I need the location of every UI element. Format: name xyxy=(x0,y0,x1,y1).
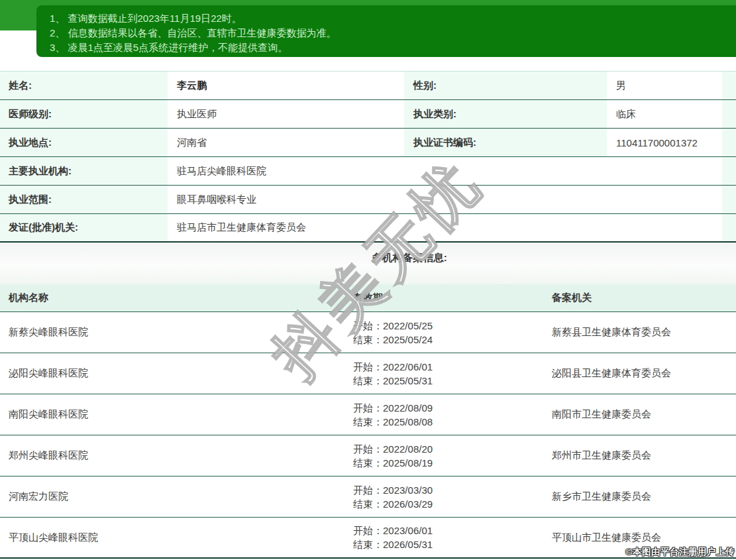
clipped-cell xyxy=(722,186,736,213)
filing-row: 南阳尖峰眼科医院 开始：2022/08/09 结束：2025/08/08 南阳市… xyxy=(0,394,736,435)
clipped-cell xyxy=(722,100,736,128)
filing-org: 郑州尖峰眼科医院 xyxy=(0,435,344,476)
filing-row: 泌阳尖峰眼科医院 开始：2022/06/01 结束：2025/05/31 泌阳县… xyxy=(0,353,736,394)
issuer-value: 驻马店市卫生健康体育委员会 xyxy=(168,214,720,241)
validity-end: 结束：2026/05/31 xyxy=(353,537,433,551)
filing-row: 郑州尖峰眼科医院 开始：2022/08/20 结束：2025/08/19 郑州市… xyxy=(0,435,736,476)
filing-row: 新蔡尖峰眼科医院 开始：2022/05/25 结束：2025/05/24 新蔡县… xyxy=(0,312,736,353)
table-row: 发证(批准)机关: 驻马店市卫生健康体育委员会 xyxy=(0,214,736,243)
validity-end: 结束：2025/08/19 xyxy=(353,456,433,470)
filing-validity: 开始：2023/03/30 结束：2026/03/29 xyxy=(344,476,543,517)
validity-end: 结束：2025/05/24 xyxy=(353,333,433,347)
authority-column-header: 备案机关 xyxy=(543,284,736,311)
table-row: 执业范围: 眼耳鼻咽喉科专业 xyxy=(0,186,736,214)
filing-validity: 开始：2023/06/01 结束：2026/05/31 xyxy=(344,518,543,557)
table-row: 医师级别: 执业医师 执业类别: 临床 xyxy=(0,100,736,129)
issuer-label: 发证(批准)机关: xyxy=(0,214,168,241)
table-row: 主要执业机构: 驻马店尖峰眼科医院 xyxy=(0,157,736,186)
filing-authority: 郑州市卫生健康委员会 xyxy=(543,435,736,476)
location-label: 执业地点: xyxy=(0,129,168,156)
validity-start: 开始：2023/06/01 xyxy=(353,524,433,537)
cert-code-value: 110411700001372 xyxy=(607,129,720,156)
doctor-license-query-result-page: 1、 查询数据截止到2023年11月19日22时。 2、 信息数据结果以各省、自… xyxy=(0,0,736,560)
validity-column-header: 有效期 xyxy=(344,284,543,311)
main-org-value: 驻马店尖峰眼科医院 xyxy=(168,157,720,185)
table-row: 姓名: 李云鹏 性别: 男 xyxy=(0,72,736,100)
scope-value: 眼耳鼻咽喉科专业 xyxy=(168,186,720,213)
multi-org-section-band: 多机构备案信息: xyxy=(0,243,736,284)
validity-start: 开始：2022/06/01 xyxy=(353,360,433,374)
clipped-cell xyxy=(722,129,736,156)
validity-end: 结束：2025/05/31 xyxy=(353,374,433,388)
clipped-cell xyxy=(722,157,736,185)
multi-org-section-title: 多机构备案信息: xyxy=(372,252,447,263)
filing-org: 南阳尖峰眼科医院 xyxy=(0,394,344,435)
filing-validity: 开始：2022/06/01 结束：2025/05/31 xyxy=(344,353,543,394)
validity-end: 结束：2026/03/29 xyxy=(353,497,433,511)
notice-line-1: 1、 查询数据截止到2023年11月19日22时。 xyxy=(50,11,736,26)
name-label: 姓名: xyxy=(0,72,168,99)
filing-org: 新蔡尖峰眼科医院 xyxy=(0,312,344,353)
filing-validity: 开始：2022/08/20 结束：2025/08/19 xyxy=(344,435,543,476)
org-column-header: 机构名称 xyxy=(0,284,344,311)
filing-validity: 开始：2022/05/25 结束：2025/05/24 xyxy=(344,312,543,353)
notice-line-3: 3、 凌晨1点至凌晨5点系统进行维护，不能提供查询。 xyxy=(50,40,736,55)
notice-line-2: 2、 信息数据结果以各省、自治区、直辖市卫生健康委数据为准。 xyxy=(50,26,736,40)
name-value: 李云鹏 xyxy=(168,72,402,99)
filing-row: 河南宏力医院 开始：2023/03/30 结束：2026/03/29 新乡市卫生… xyxy=(0,476,736,518)
platform-upload-stamp: ©本图由平台注册用户上传 xyxy=(626,546,735,558)
filing-validity: 开始：2022/08/09 结束：2025/08/08 xyxy=(344,394,543,435)
location-value: 河南省 xyxy=(168,129,402,156)
cert-code-label: 执业证书编码: xyxy=(404,129,607,156)
table-row: 执业地点: 河南省 执业证书编码: 110411700001372 xyxy=(0,129,736,157)
gender-label: 性别: xyxy=(404,72,607,99)
filing-authority: 新乡市卫生健康委员会 xyxy=(543,476,736,517)
main-org-label: 主要执业机构: xyxy=(0,157,168,185)
validity-end: 结束：2025/08/08 xyxy=(353,415,433,429)
validity-start: 开始：2022/08/20 xyxy=(353,442,433,456)
filing-authority: 南阳市卫生健康委员会 xyxy=(543,394,736,435)
level-label: 医师级别: xyxy=(0,100,168,128)
filing-org: 平顶山尖峰眼科医院 xyxy=(0,518,344,557)
clipped-cell xyxy=(722,72,736,99)
gender-value: 男 xyxy=(607,72,720,99)
filing-authority: 泌阳县卫生健康体育委员会 xyxy=(543,353,736,394)
license-info-table: 姓名: 李云鹏 性别: 男 医师级别: 执业医师 执业类别: 临床 执业地点: … xyxy=(0,71,736,560)
filing-org: 泌阳尖峰眼科医院 xyxy=(0,353,344,394)
filing-authority: 新蔡县卫生健康体育委员会 xyxy=(543,312,736,353)
filing-org: 河南宏力医院 xyxy=(0,476,344,517)
level-value: 执业医师 xyxy=(168,100,402,128)
category-label: 执业类别: xyxy=(404,100,607,128)
validity-start: 开始：2022/05/25 xyxy=(353,319,433,333)
notice-box: 1、 查询数据截止到2023年11月19日22时。 2、 信息数据结果以各省、自… xyxy=(36,5,736,57)
category-value: 临床 xyxy=(607,100,720,128)
scope-label: 执业范围: xyxy=(0,186,168,213)
clipped-cell xyxy=(722,214,736,241)
validity-start: 开始：2023/03/30 xyxy=(353,483,433,497)
validity-start: 开始：2022/08/09 xyxy=(353,401,433,415)
filing-table-header: 机构名称 有效期 备案机关 xyxy=(0,284,736,312)
